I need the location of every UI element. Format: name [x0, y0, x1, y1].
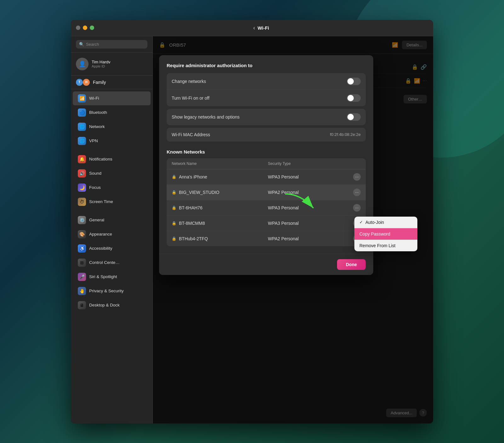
sidebar-item-general[interactable]: ⚙️ General	[73, 213, 151, 227]
window-title: ‹ Wi-Fi	[94, 25, 428, 31]
network-row-0: 🔒 Anna's iPhone WPA3 Personal ···	[167, 169, 366, 185]
network-row-2: 🔒 BT-6HAH76 WPA3 Personal ···	[167, 200, 366, 216]
sidebar-item-wifi[interactable]: 📶 Wi-Fi	[73, 91, 151, 105]
sidebar-item-network-label: Network	[89, 124, 105, 129]
networks-table: Network Name Security Type 🔒 Anna's iPho…	[167, 158, 366, 246]
sidebar-item-screentime[interactable]: ⏱ Screen Time	[73, 195, 151, 209]
network-name-4: 🔒 BTHub4-2TFQ	[172, 236, 268, 241]
user-subtitle: Apple ID	[92, 64, 110, 68]
toggle-change-networks[interactable]	[347, 78, 361, 85]
family-avatars: T H	[76, 79, 90, 86]
family-avatar-1: T	[76, 79, 83, 86]
context-menu: ✓ Auto-Join Copy Password Remove From Li…	[354, 217, 417, 251]
network-ellipsis-btn-2[interactable]: ···	[353, 204, 361, 212]
sidebar-item-siri[interactable]: 🎤 Siri & Spotlight	[73, 270, 151, 284]
back-arrow-icon[interactable]: ‹	[253, 25, 255, 31]
avatar: 👤	[76, 58, 89, 70]
wifi-icon: 📶	[78, 94, 86, 102]
sidebar-item-siri-label: Siri & Spotlight	[89, 274, 117, 279]
main-content: 🔍 👤 Tim Hardv Apple ID T H	[71, 36, 433, 423]
user-info: Tim Hardv Apple ID	[92, 60, 110, 68]
sidebar-item-accessibility-label: Accessibility	[89, 246, 112, 251]
close-button[interactable]	[76, 26, 80, 30]
checkmark-icon: ✓	[359, 220, 363, 224]
sidebar-item-appearance[interactable]: 🎨 Appearance	[73, 227, 151, 241]
network-name-text-3: BT-8MCMM8	[179, 221, 205, 226]
sidebar-item-network[interactable]: 🌐 Network	[73, 120, 151, 134]
title-bar: ‹ Wi-Fi	[71, 20, 433, 36]
user-profile[interactable]: 👤 Tim Hardv Apple ID	[71, 53, 152, 76]
network-security-3: WPA3 Personal	[268, 221, 348, 226]
sidebar-item-privacy[interactable]: 🤚 Privacy & Security	[73, 284, 151, 298]
modal-overlay: Require administrator authorization to C…	[153, 36, 433, 423]
sidebar-item-controlcenter-label: Control Cente…	[89, 260, 120, 265]
maximize-button[interactable]	[90, 26, 94, 30]
sound-icon: 🔊	[78, 169, 86, 178]
network-actions-2: ···	[348, 204, 361, 212]
network-name-0: 🔒 Anna's iPhone	[172, 174, 268, 179]
network-name-text-0: Anna's iPhone	[179, 174, 207, 179]
sidebar-item-accessibility[interactable]: ♿ Accessibility	[73, 242, 151, 255]
known-networks-title: Known Networks	[167, 149, 366, 154]
focus-icon: 🌙	[78, 184, 86, 192]
context-menu-item-autojoin[interactable]: ✓ Auto-Join	[354, 217, 417, 228]
bluetooth-icon: 🔵	[78, 108, 86, 117]
modal-footer: Done	[159, 254, 373, 275]
toggle-label-change-networks: Change networks	[172, 79, 206, 84]
toggle-legacy[interactable]	[347, 113, 361, 121]
lock-icon-3: 🔒	[172, 221, 176, 225]
sidebar-item-wifi-label: Wi-Fi	[89, 96, 99, 101]
toggle-wifi-onoff[interactable]	[347, 94, 361, 102]
sidebar-item-bluetooth-label: Bluetooth	[89, 110, 107, 115]
done-button[interactable]: Done	[337, 259, 366, 270]
network-name-2: 🔒 BT-6HAH76	[172, 205, 268, 210]
network-security-1: WPA2 Personal	[268, 190, 348, 195]
toggle-item-legacy: Show legacy networks and options	[167, 109, 366, 125]
main-window: ‹ Wi-Fi 🔍 👤 Tim Hardv Apple ID	[71, 20, 433, 423]
sidebar-item-vpn-label: VPN	[89, 138, 98, 143]
sidebar-item-sound[interactable]: 🔊 Sound	[73, 166, 151, 180]
sidebar-item-desktop[interactable]: 🖥 Desktop & Dock	[73, 298, 151, 312]
network-name-text-4: BTHub4-2TFQ	[179, 236, 208, 241]
lock-icon-1: 🔒	[172, 190, 176, 195]
sidebar-item-vpn[interactable]: 🌐 VPN	[73, 134, 151, 148]
col-header-actions	[348, 161, 361, 166]
toggle-label-legacy: Show legacy networks and options	[172, 114, 240, 119]
network-actions-0: ···	[348, 173, 361, 181]
traffic-lights	[76, 26, 94, 30]
search-input[interactable]	[86, 42, 144, 47]
context-menu-copypassword-label: Copy Password	[359, 231, 390, 236]
privacy-icon: 🤚	[78, 287, 86, 295]
lock-icon-2: 🔒	[172, 206, 176, 210]
sidebar-item-bluetooth[interactable]: 🔵 Bluetooth	[73, 106, 151, 119]
search-input-wrapper[interactable]: 🔍	[76, 40, 147, 49]
context-menu-item-copypassword[interactable]: Copy Password	[354, 228, 417, 240]
vpn-icon: 🌐	[78, 137, 86, 145]
networks-table-header: Network Name Security Type	[167, 158, 366, 169]
network-name-3: 🔒 BT-8MCMM8	[172, 221, 268, 226]
toggle-item-wifi-onoff: Turn Wi-Fi on or off	[167, 90, 366, 106]
sidebar: 🔍 👤 Tim Hardv Apple ID T H	[71, 36, 153, 423]
network-row-4: 🔒 BTHub4-2TFQ WPA2 Personal ···	[167, 231, 366, 246]
sidebar-item-screentime-label: Screen Time	[89, 199, 113, 204]
desktop-icon: 🖥	[78, 301, 86, 309]
sidebar-item-family[interactable]: T H Family	[71, 76, 152, 89]
search-section: 🔍	[71, 36, 152, 53]
screentime-icon: ⏱	[78, 198, 86, 206]
sidebar-item-controlcenter[interactable]: ⊞ Control Cente…	[73, 256, 151, 270]
col-header-name: Network Name	[172, 161, 268, 166]
sidebar-section-network: 📶 Wi-Fi 🔵 Bluetooth 🌐 Network 🌐 VPN	[71, 89, 152, 150]
network-row-3: 🔒 BT-8MCMM8 WPA3 Personal ···	[167, 216, 366, 231]
network-ellipsis-btn-0[interactable]: ···	[353, 173, 361, 181]
network-ellipsis-btn-1[interactable]: ···	[353, 189, 361, 196]
sidebar-item-appearance-label: Appearance	[89, 232, 112, 236]
network-name-text-2: BT-6HAH76	[179, 205, 203, 210]
toggle-label-wifi-onoff: Turn Wi-Fi on or off	[172, 96, 209, 101]
context-menu-item-removefromlist[interactable]: Remove From List	[354, 240, 417, 251]
avatar-icon: 👤	[79, 61, 86, 67]
sidebar-item-focus[interactable]: 🌙 Focus	[73, 181, 151, 195]
lock-icon-0: 🔒	[172, 175, 176, 179]
siri-icon: 🎤	[78, 273, 86, 281]
minimize-button[interactable]	[83, 26, 87, 30]
sidebar-item-notifications[interactable]: 🔔 Notifications	[73, 152, 151, 166]
